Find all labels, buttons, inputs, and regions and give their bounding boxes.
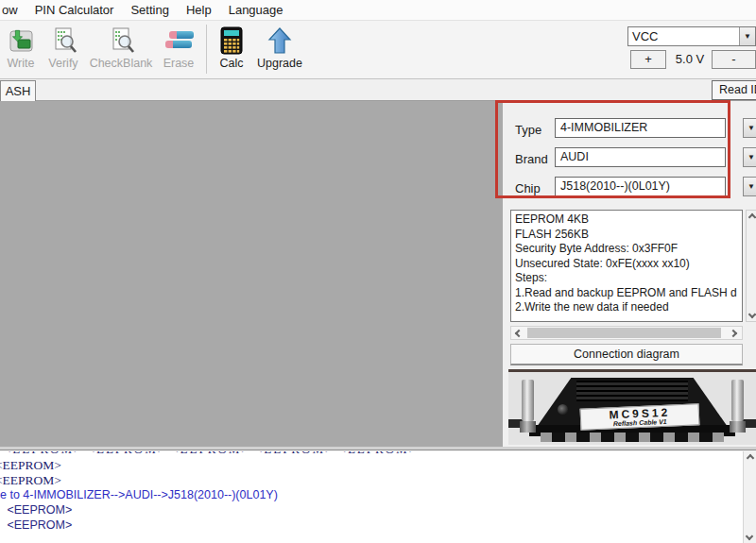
log-line: <EEPROM> xyxy=(0,458,61,473)
device-ridges xyxy=(576,381,688,401)
tab-bar: ASH Read ID xyxy=(0,79,756,101)
checkblank-button[interactable]: CheckBlank xyxy=(85,21,157,77)
toolbar-separator xyxy=(206,25,207,74)
log-clipped-line: <EEPROM> <EEPROM> <EEPROM> <EEPROM> <EEP… xyxy=(4,451,476,455)
erase-label: Erase xyxy=(163,57,195,70)
vcc-dropdown-arrow-icon[interactable]: ▼ xyxy=(739,27,755,45)
info-line: FLASH 256KB xyxy=(515,228,738,243)
chip-select[interactable]: J518(2010--)(0L01Y) xyxy=(555,177,726,196)
voltage-minus-button[interactable]: - xyxy=(712,50,756,69)
chip-info-box: EEPROM 4KB FLASH 256KB Security Byte Add… xyxy=(510,210,743,322)
log-line-change: e to 4-IMMOBILIZER-->AUDI-->J518(2010--)… xyxy=(0,488,278,501)
app-window: ow PIN Calculator Setting Help Language … xyxy=(0,0,756,543)
write-label: Write xyxy=(8,57,35,70)
info-line: Security Byte Address: 0x3FF0F xyxy=(515,242,738,257)
upgrade-button[interactable]: Upgrade xyxy=(250,21,309,77)
scrollbar-thumb[interactable] xyxy=(527,328,721,338)
log-line: <EEPROM> xyxy=(4,503,72,517)
chip-dropdown-arrow-icon[interactable]: ▼ xyxy=(743,177,756,196)
verify-button[interactable]: Verify xyxy=(42,21,85,77)
vcc-selected-value: VCC xyxy=(628,27,739,45)
write-button[interactable]: Write xyxy=(0,21,42,77)
menu-item-help[interactable]: Help xyxy=(178,0,220,21)
menu-item-language[interactable]: Language xyxy=(220,0,292,21)
scroll-up-icon[interactable] xyxy=(747,213,755,221)
device-photo: MC9S12 Reflash Cable V1 xyxy=(508,369,756,445)
vcc-select[interactable]: VCC ▼ xyxy=(627,26,756,46)
brand-label: Brand xyxy=(515,152,548,166)
info-line: Steps: xyxy=(515,271,738,286)
scroll-up-icon[interactable] xyxy=(746,454,753,462)
checkblank-label: CheckBlank xyxy=(90,57,153,70)
scroll-down-icon[interactable] xyxy=(748,311,756,318)
voltage-plus-button[interactable]: + xyxy=(630,50,666,69)
verify-label: Verify xyxy=(48,57,77,70)
type-dropdown-arrow-icon[interactable]: ▼ xyxy=(743,118,756,138)
info-line: 2.Write the new data if needed xyxy=(515,300,738,315)
scroll-right-icon[interactable] xyxy=(729,327,742,339)
upgrade-label: Upgrade xyxy=(257,57,302,70)
chip-label: Chip xyxy=(515,181,541,195)
menu-item-pin-calculator[interactable]: PIN Calculator xyxy=(26,0,123,21)
verify-icon xyxy=(49,25,77,57)
log-pane[interactable]: <EEPROM> <EEPROM> <EEPROM> <EEPROM> <EEP… xyxy=(0,451,756,543)
brand-dropdown-arrow-icon[interactable]: ▼ xyxy=(743,147,756,167)
device-post-right xyxy=(731,380,744,421)
checkblank-icon xyxy=(107,25,135,57)
menu-bar: ow PIN Calculator Setting Help Language xyxy=(0,0,756,21)
erase-button[interactable]: Erase xyxy=(157,21,200,77)
brand-select[interactable]: AUDI xyxy=(555,147,726,167)
right-panel: Type 4-IMMOBILIZER ▼ Brand AUDI ▼ Chip J… xyxy=(503,101,756,447)
info-vertical-scrollbar[interactable] xyxy=(746,210,756,322)
main-workspace xyxy=(0,101,503,447)
info-line: Unsecured State: 0xFE(xxxx xx10) xyxy=(515,257,738,272)
info-horizontal-scrollbar[interactable] xyxy=(510,326,743,340)
log-vertical-scrollbar[interactable] xyxy=(743,451,756,543)
device-nut-left xyxy=(520,421,536,433)
device-pins xyxy=(541,433,724,442)
menu-item-setting[interactable]: Setting xyxy=(122,0,177,21)
log-line: <EEPROM> xyxy=(0,473,61,488)
device-post-left xyxy=(522,380,534,421)
info-line: 1.Read and backup EEPROM and FLASH d xyxy=(515,286,738,301)
tab-flash[interactable]: ASH xyxy=(0,80,36,101)
read-id-button[interactable]: Read ID xyxy=(712,80,756,100)
connection-diagram-button[interactable]: Connection diagram xyxy=(510,344,743,365)
write-icon xyxy=(7,25,35,57)
info-line: EEPROM 4KB xyxy=(515,212,738,228)
upgrade-arrow-icon xyxy=(267,25,292,57)
device-screw-dot xyxy=(558,404,568,415)
log-divider xyxy=(0,447,756,450)
type-label: Type xyxy=(515,123,541,137)
calc-label: Calc xyxy=(219,57,243,70)
calculator-icon xyxy=(220,25,243,57)
menu-item-window[interactable]: ow xyxy=(0,0,26,21)
device-nut-right xyxy=(730,421,746,433)
calc-button[interactable]: Calc xyxy=(213,21,250,77)
log-line: <EEPROM> xyxy=(4,518,72,532)
voltage-value: 5.0 V xyxy=(670,52,710,66)
erase-icon xyxy=(163,25,194,57)
type-select[interactable]: 4-IMMOBILIZER xyxy=(555,118,726,138)
scroll-left-icon[interactable] xyxy=(511,327,524,339)
scroll-down-icon[interactable] xyxy=(746,533,753,540)
